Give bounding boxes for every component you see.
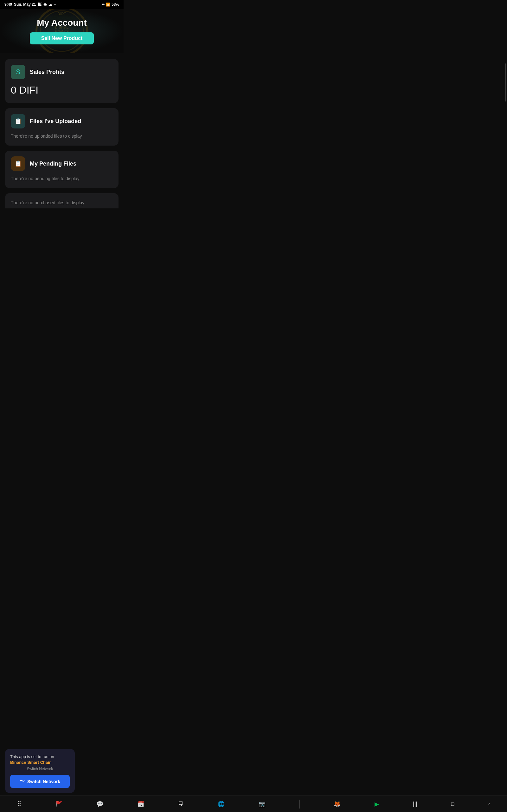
location-icon: ◉ bbox=[43, 2, 47, 7]
pending-files-empty: There're no pending files to display bbox=[11, 176, 113, 181]
purchased-files-card-partial: There're no purchased files to display bbox=[5, 193, 118, 208]
file-list-icon: 📋 bbox=[14, 118, 21, 125]
files-uploaded-header: 📋 Files I've Uploaded bbox=[11, 114, 113, 129]
wifi-icon: 📶 bbox=[106, 3, 110, 7]
status-bar: 9:40 Sun, May 21 🖼 ◉ ☁ • ✏ 📶 53% bbox=[0, 0, 124, 9]
purchased-files-empty: There're no purchased files to display bbox=[11, 200, 113, 205]
sales-profits-value: 0 DIFI bbox=[11, 84, 113, 96]
coin-bg-image: DIGITAL FINANCE MARKET 🛒 DIPT bbox=[33, 9, 90, 53]
gallery-icon: 🖼 bbox=[38, 2, 42, 7]
main-content: $ Sales Profits 0 DIFI 📋 Files I've Uplo… bbox=[0, 53, 124, 240]
status-left: 9:40 Sun, May 21 🖼 ◉ ☁ • bbox=[4, 2, 56, 7]
pending-files-card: 📋 My Pending Files There're no pending f… bbox=[5, 151, 118, 188]
hero-section: DIGITAL FINANCE MARKET 🛒 DIPT My Account… bbox=[0, 9, 124, 53]
cloud-icon: ☁ bbox=[49, 2, 52, 7]
files-uploaded-empty: There're no uploaded files to display bbox=[11, 134, 113, 139]
sales-profits-card: $ Sales Profits 0 DIFI bbox=[5, 59, 118, 103]
sell-new-product-button[interactable]: Sell New Product bbox=[30, 32, 94, 44]
files-uploaded-card: 📋 Files I've Uploaded There're no upload… bbox=[5, 108, 118, 146]
pending-file-icon: 📋 bbox=[14, 160, 21, 167]
svg-text:DIPT: DIPT bbox=[57, 12, 66, 16]
files-uploaded-title: Files I've Uploaded bbox=[30, 118, 81, 125]
time: 9:40 bbox=[4, 2, 12, 7]
files-uploaded-icon: 📋 bbox=[11, 114, 25, 129]
page-title: My Account bbox=[37, 18, 87, 28]
pending-files-title: My Pending Files bbox=[30, 160, 76, 167]
date: Sun, May 21 bbox=[14, 2, 36, 7]
pencil-icon: ✏ bbox=[102, 3, 105, 7]
battery: 53% bbox=[112, 2, 119, 7]
status-right: ✏ 📶 53% bbox=[102, 2, 119, 7]
dollar-icon: $ bbox=[16, 68, 20, 76]
sales-profits-header: $ Sales Profits bbox=[11, 65, 113, 79]
dot-icon: • bbox=[54, 2, 55, 7]
pending-files-header: 📋 My Pending Files bbox=[11, 156, 113, 171]
pending-files-icon: 📋 bbox=[11, 156, 25, 171]
sales-profits-title: Sales Profits bbox=[30, 69, 64, 75]
sales-profits-icon: $ bbox=[11, 65, 25, 79]
